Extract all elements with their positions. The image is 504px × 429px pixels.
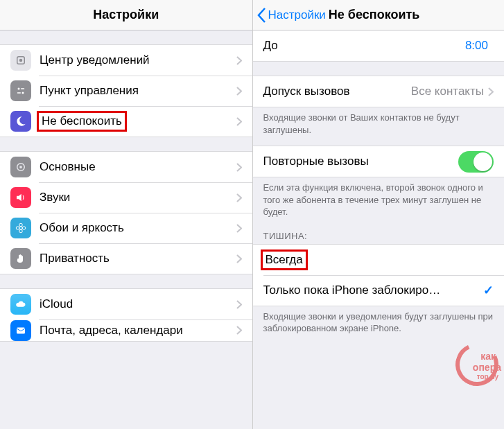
allow-label: Допуск вызовов [263, 85, 411, 98]
speaker-icon [10, 187, 31, 208]
group-repeated-calls: Повторные вызовы [253, 146, 505, 177]
svg-point-10 [19, 229, 23, 233]
row-allow-calls[interactable]: Допуск вызовов Все контакты [253, 76, 505, 107]
row-icloud[interactable]: iCloud [0, 289, 252, 319]
nav-title-dnd: Не беспокоить [329, 8, 420, 22]
svg-rect-3 [21, 88, 24, 89]
chevron-right-icon [236, 117, 242, 126]
row-label: Основные [40, 160, 236, 174]
chevron-right-icon [236, 254, 242, 263]
chevron-right-icon [488, 87, 494, 96]
row-silence-always[interactable]: Всегда [253, 245, 505, 275]
row-label: Почта, адреса, календари [40, 324, 236, 338]
chevron-right-icon [236, 193, 242, 202]
row-silence-locked[interactable]: Только пока iPhone заблокиро… ✓ [253, 275, 505, 306]
row-do-not-disturb[interactable]: Не беспокоить [0, 106, 252, 137]
silence-always-label: Всегда [263, 249, 494, 270]
chevron-right-icon [236, 326, 242, 335]
svg-point-1 [19, 59, 23, 62]
row-label: Обои и яркость [40, 221, 236, 235]
row-to-time[interactable]: До 8:00 [253, 30, 505, 61]
watermark-l3: тор.ру [477, 374, 498, 380]
notification-center-icon [10, 50, 31, 71]
dnd-detail-pane: Настройки Не беспокоить До 8:00 Допуск в… [252, 0, 505, 429]
row-label: iCloud [40, 297, 236, 311]
allow-footer: Входящие звонки от Ваших контактов не бу… [253, 107, 505, 140]
chevron-left-icon [257, 8, 266, 23]
row-label: Приватность [40, 252, 236, 265]
row-privacy[interactable]: Приватность [0, 243, 252, 274]
group-notifications: Центр уведомлений Пункт управления Не бе… [0, 44, 252, 137]
row-label: Центр уведомлений [40, 53, 236, 67]
svg-point-7 [19, 166, 22, 168]
row-control-center[interactable]: Пункт управления [0, 76, 252, 106]
silence-header: ТИШИНА: [253, 222, 505, 244]
watermark-l1: как [480, 351, 496, 361]
highlight-always: Всегда [261, 249, 308, 270]
silence-locked-label: Только пока iPhone заблокиро… [263, 283, 484, 297]
nav-title-settings: Настройки [0, 8, 252, 22]
row-notification-center[interactable]: Центр уведомлений [0, 45, 252, 76]
row-wallpaper-brightness[interactable]: Обои и яркость [0, 213, 252, 243]
checkmark-icon: ✓ [483, 283, 494, 298]
group-allow-calls: Допуск вызовов Все контакты [253, 76, 505, 107]
watermark-l2: опера [473, 362, 501, 372]
svg-point-2 [18, 88, 20, 90]
svg-rect-5 [17, 92, 21, 94]
control-center-icon [10, 80, 31, 101]
cloud-icon [10, 294, 31, 315]
row-label: Пункт управления [40, 84, 236, 98]
highlight-dnd: Не беспокоить [37, 111, 127, 132]
chevron-right-icon [236, 163, 242, 172]
row-general[interactable]: Основные [0, 152, 252, 182]
group-schedule-end: До 8:00 [253, 30, 505, 62]
row-repeated-calls: Повторные вызовы [253, 146, 505, 177]
to-label: До [263, 39, 465, 53]
svg-point-11 [16, 227, 19, 230]
silence-footer: Входящие звонки и уведомления будут загл… [253, 306, 505, 339]
chevron-right-icon [236, 300, 242, 309]
mail-icon [10, 320, 31, 341]
chevron-right-icon [236, 224, 242, 233]
row-label: Не беспокоить [40, 111, 236, 132]
navbar-right: Настройки Не беспокоить [253, 0, 505, 30]
gear-icon [10, 157, 31, 177]
row-mail-contacts-calendars[interactable]: Почта, адреса, календари [0, 319, 252, 341]
hand-icon [10, 248, 31, 269]
repeat-toggle[interactable] [458, 151, 494, 173]
svg-point-8 [19, 227, 23, 230]
repeat-footer: Если эта функция включена, второй звонок… [253, 177, 505, 222]
group-general: Основные Звуки Обои и яркость Приватност… [0, 151, 252, 274]
repeat-label: Повторные вызовы [263, 155, 459, 168]
back-label: Настройки [268, 8, 326, 22]
group-accounts: iCloud Почта, адреса, календари [0, 288, 252, 342]
back-button[interactable]: Настройки [253, 8, 326, 23]
chevron-right-icon [236, 87, 242, 96]
settings-root-pane: Настройки Центр уведомлений Пункт управл… [0, 0, 252, 429]
svg-rect-13 [17, 327, 25, 333]
chevron-right-icon [236, 56, 242, 65]
svg-point-12 [22, 227, 26, 230]
svg-point-9 [19, 223, 23, 227]
navbar-left: Настройки [0, 0, 252, 30]
group-silence: Всегда Только пока iPhone заблокиро… ✓ [253, 244, 505, 306]
allow-value: Все контакты [411, 85, 484, 98]
watermark: как опера тор.ру [455, 343, 498, 386]
svg-point-4 [22, 92, 24, 94]
row-sounds[interactable]: Звуки [0, 182, 252, 213]
to-time-value: 8:00 [465, 39, 488, 53]
moon-icon [10, 111, 31, 132]
row-label: Звуки [40, 191, 236, 204]
flower-icon [10, 218, 31, 238]
